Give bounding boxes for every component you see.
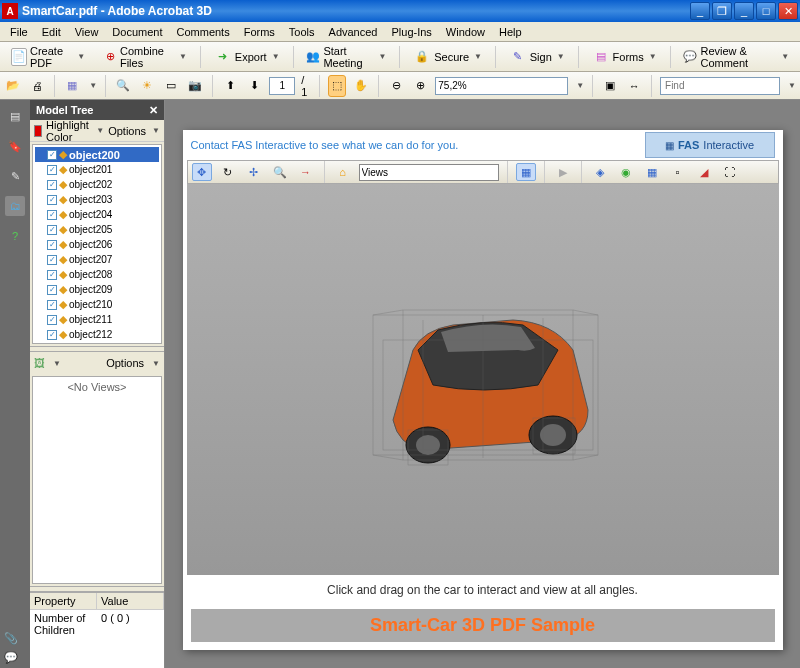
- menu-forms[interactable]: Forms: [238, 24, 281, 40]
- bookmarks-panel-icon[interactable]: 🔖: [5, 136, 25, 156]
- checkbox-icon[interactable]: ✓: [47, 165, 57, 175]
- secure-button[interactable]: 🔒Secure▼: [406, 45, 489, 69]
- panel-close-icon[interactable]: ✕: [149, 104, 158, 117]
- fas-contact-link[interactable]: Contact FAS Interactive to see what we c…: [191, 139, 459, 151]
- document-area[interactable]: Contact FAS Interactive to see what we c…: [165, 100, 800, 668]
- lighting-icon[interactable]: ◉: [616, 163, 636, 181]
- zoom-tool-icon[interactable]: 🔍: [270, 163, 290, 181]
- highlight-label[interactable]: Highlight Color: [46, 119, 90, 143]
- menu-tools[interactable]: Tools: [283, 24, 321, 40]
- tree-item[interactable]: ✓◆ object203: [35, 192, 159, 207]
- menu-comments[interactable]: Comments: [171, 24, 236, 40]
- checkbox-icon[interactable]: ✓: [47, 195, 57, 205]
- hand-tool-icon[interactable]: ✋: [352, 75, 370, 97]
- next-page-icon[interactable]: ⬇: [245, 75, 263, 97]
- combine-button[interactable]: ⊕Combine Files▼: [96, 42, 194, 72]
- 3d-viewport[interactable]: [187, 184, 779, 575]
- checkbox-icon[interactable]: ✓: [47, 225, 57, 235]
- tree-item[interactable]: ✓◆ object205: [35, 222, 159, 237]
- restore-button[interactable]: ❐: [712, 2, 732, 20]
- pan-tool-icon[interactable]: ✢: [244, 163, 264, 181]
- play-icon[interactable]: ▶: [553, 163, 573, 181]
- checkbox-icon[interactable]: ✓: [47, 330, 57, 340]
- rotate-tool-icon[interactable]: ✥: [192, 163, 212, 181]
- views-options-label[interactable]: Options: [106, 357, 144, 369]
- views-drop-icon[interactable]: ▼: [53, 359, 61, 368]
- spin-tool-icon[interactable]: ↻: [218, 163, 238, 181]
- menu-window[interactable]: Window: [440, 24, 491, 40]
- search-icon[interactable]: 🔍: [114, 75, 132, 97]
- find-drop-icon[interactable]: ▼: [788, 81, 796, 90]
- 3d-icon[interactable]: ▭: [162, 75, 180, 97]
- checkbox-icon[interactable]: ✓: [47, 270, 57, 280]
- review-button[interactable]: 💬Review & Comment▼: [676, 42, 796, 72]
- zoom-in-icon[interactable]: ⊕: [411, 75, 429, 97]
- forms-button[interactable]: ▤Forms▼: [585, 45, 664, 69]
- tree-item[interactable]: ✓◆ object201: [35, 162, 159, 177]
- find-input[interactable]: [660, 77, 780, 95]
- tree-item[interactable]: ✓◆ object202: [35, 177, 159, 192]
- pages-panel-icon[interactable]: ▤: [5, 106, 25, 126]
- views-list[interactable]: <No Views>: [32, 376, 162, 584]
- menu-document[interactable]: Document: [106, 24, 168, 40]
- menu-plugins[interactable]: Plug-Ins: [385, 24, 437, 40]
- object-tree[interactable]: ✓◆ object200✓◆ object201✓◆ object202✓◆ o…: [32, 144, 162, 344]
- views-toolbar-icon[interactable]: 🖼: [34, 357, 45, 369]
- prev-page-icon[interactable]: ⬆: [221, 75, 239, 97]
- zoom-out-icon[interactable]: ⊖: [387, 75, 405, 97]
- sign-button[interactable]: ✎Sign▼: [502, 45, 572, 69]
- camera-icon[interactable]: 📷: [186, 75, 204, 97]
- open-icon[interactable]: 📂: [4, 75, 22, 97]
- print-icon[interactable]: 🖨: [28, 75, 46, 97]
- fullscreen-icon[interactable]: ⛶: [720, 163, 740, 181]
- measure-icon[interactable]: ◢: [694, 163, 714, 181]
- export-button[interactable]: ➜Export▼: [207, 45, 287, 69]
- help-panel-icon[interactable]: ?: [5, 226, 25, 246]
- menu-file[interactable]: File: [4, 24, 34, 40]
- model-tree-toggle-icon[interactable]: ▦: [516, 163, 536, 181]
- meeting-button[interactable]: 👥Start Meeting▼: [299, 42, 393, 72]
- checkbox-icon[interactable]: ✓: [47, 150, 57, 160]
- checkbox-icon[interactable]: ✓: [47, 315, 57, 325]
- tree-item[interactable]: ✓◆ object204: [35, 207, 159, 222]
- menu-advanced[interactable]: Advanced: [323, 24, 384, 40]
- model-tree-panel-icon[interactable]: 🗂: [5, 196, 25, 216]
- tree-item[interactable]: ✓◆ object213: [35, 342, 159, 344]
- minimize-button[interactable]: _: [690, 2, 710, 20]
- car-model[interactable]: [343, 270, 623, 490]
- comments-icon[interactable]: 💬: [4, 651, 18, 664]
- tree-item[interactable]: ✓◆ object208: [35, 267, 159, 282]
- checkbox-icon[interactable]: ✓: [47, 255, 57, 265]
- checkbox-icon[interactable]: ✓: [47, 240, 57, 250]
- select-tool-icon[interactable]: ⬚: [328, 75, 346, 97]
- page-number-input[interactable]: [269, 77, 295, 95]
- fit-width-icon[interactable]: ↔: [625, 75, 643, 97]
- default-view-icon[interactable]: ⌂: [333, 163, 353, 181]
- tree-item[interactable]: ✓◆ object211: [35, 312, 159, 327]
- checkbox-icon[interactable]: ✓: [47, 180, 57, 190]
- render-mode-icon[interactable]: ◈: [590, 163, 610, 181]
- fit-page-icon[interactable]: ▣: [601, 75, 619, 97]
- sun-icon[interactable]: ☀: [138, 75, 156, 97]
- attachments-icon[interactable]: 📎: [4, 632, 18, 645]
- tree-item[interactable]: ✓◆ object200: [35, 147, 159, 162]
- tree-item[interactable]: ✓◆ object207: [35, 252, 159, 267]
- maximize-button[interactable]: □: [756, 2, 776, 20]
- options-label[interactable]: Options: [108, 125, 146, 137]
- background-icon[interactable]: ▦: [642, 163, 662, 181]
- highlight-color-swatch[interactable]: [34, 125, 42, 137]
- checkbox-icon[interactable]: ✓: [47, 285, 57, 295]
- checkbox-icon[interactable]: ✓: [47, 210, 57, 220]
- views-combo[interactable]: [359, 164, 499, 181]
- cross-section-icon[interactable]: ▫: [668, 163, 688, 181]
- sign-panel-icon[interactable]: ✎: [5, 166, 25, 186]
- walk-tool-icon[interactable]: →: [296, 163, 316, 181]
- create-pdf-button[interactable]: 📄Create PDF▼: [4, 42, 92, 72]
- menu-view[interactable]: View: [69, 24, 105, 40]
- zoom-select[interactable]: [435, 77, 568, 95]
- menu-help[interactable]: Help: [493, 24, 528, 40]
- tree-item[interactable]: ✓◆ object210: [35, 297, 159, 312]
- dropdown-icon[interactable]: ▼: [89, 81, 97, 90]
- checkbox-icon[interactable]: ✓: [47, 300, 57, 310]
- minimize2-button[interactable]: _: [734, 2, 754, 20]
